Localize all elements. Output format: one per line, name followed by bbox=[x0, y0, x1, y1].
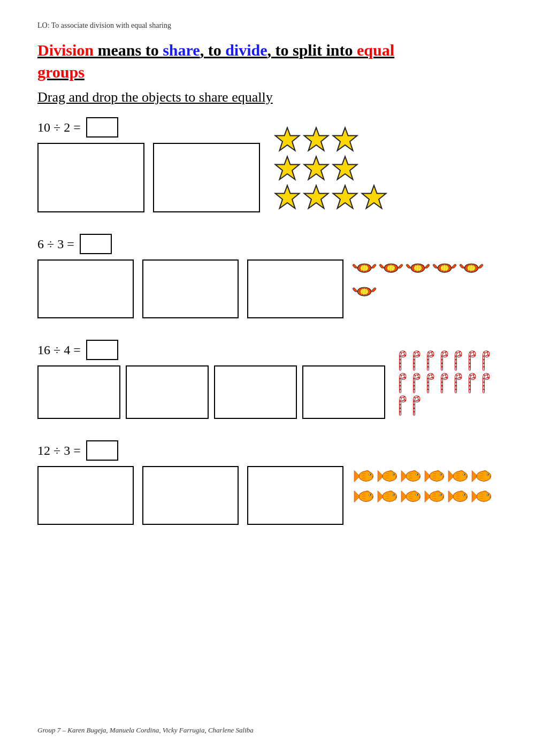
title: Division means to share, to divide, to s… bbox=[37, 40, 498, 83]
cane-14[interactable] bbox=[477, 372, 490, 394]
candy-3[interactable] bbox=[406, 257, 430, 279]
cane-13[interactable] bbox=[463, 372, 476, 394]
fish-6[interactable] bbox=[470, 467, 492, 486]
candy-5[interactable] bbox=[459, 257, 484, 279]
cane-11[interactable] bbox=[435, 372, 448, 394]
section-3: 16 ÷ 4 = bbox=[37, 340, 498, 423]
stars-row-1 bbox=[274, 126, 387, 153]
section2-objects bbox=[352, 255, 498, 302]
star-3[interactable] bbox=[332, 126, 358, 153]
lo-text: LO: To associate division with equal sha… bbox=[37, 21, 498, 30]
fish-2[interactable] bbox=[376, 467, 398, 486]
candy-4[interactable] bbox=[432, 257, 457, 279]
drop-box-3-2[interactable] bbox=[126, 365, 209, 419]
star-9[interactable] bbox=[332, 184, 358, 211]
fish-10[interactable] bbox=[423, 487, 445, 506]
fish-3[interactable] bbox=[399, 467, 422, 486]
cane-5[interactable] bbox=[449, 350, 462, 371]
star-10[interactable] bbox=[361, 184, 387, 211]
answer-box-2[interactable] bbox=[80, 234, 112, 254]
subtitle: Drag and drop the objects to share equal… bbox=[37, 89, 498, 105]
star-5[interactable] bbox=[303, 155, 330, 182]
title-division: Division bbox=[37, 41, 94, 59]
title-share: share bbox=[163, 41, 200, 59]
stars-row-2 bbox=[274, 155, 387, 182]
candy-2[interactable] bbox=[379, 257, 403, 279]
star-6[interactable] bbox=[332, 155, 358, 182]
fish-12[interactable] bbox=[470, 487, 492, 506]
fish-5[interactable] bbox=[446, 467, 469, 486]
section3-left: 16 ÷ 4 = bbox=[37, 340, 385, 423]
drop-box-4-3[interactable] bbox=[247, 466, 343, 525]
drop-box-2-1[interactable] bbox=[37, 259, 134, 318]
drop-box-2-2[interactable] bbox=[142, 259, 239, 318]
section1-left: 10 ÷ 2 = bbox=[37, 117, 260, 217]
drop-box-4-2[interactable] bbox=[142, 466, 239, 525]
drop-box-2-3[interactable] bbox=[247, 259, 343, 318]
star-8[interactable] bbox=[303, 184, 330, 211]
section-1: 10 ÷ 2 = bbox=[37, 117, 498, 217]
section4-left: 12 ÷ 3 = bbox=[37, 440, 343, 529]
candy-6[interactable] bbox=[352, 281, 377, 302]
section1-objects bbox=[269, 124, 498, 211]
equation-4: 12 ÷ 3 = bbox=[37, 444, 81, 458]
drop-boxes-1 bbox=[37, 143, 260, 212]
star-2[interactable] bbox=[303, 126, 330, 153]
star-7[interactable] bbox=[274, 184, 301, 211]
equation-1: 10 ÷ 2 = bbox=[37, 120, 81, 135]
fish-7[interactable] bbox=[352, 487, 374, 506]
answer-box-4[interactable] bbox=[86, 440, 118, 461]
section-4: 12 ÷ 3 = bbox=[37, 440, 498, 529]
cane-12[interactable] bbox=[449, 372, 462, 394]
equation-2: 6 ÷ 3 = bbox=[37, 237, 74, 251]
cane-16[interactable] bbox=[408, 395, 421, 416]
drop-box-3-4[interactable] bbox=[302, 365, 385, 419]
fish-1[interactable] bbox=[352, 467, 374, 486]
stars-row-3 bbox=[274, 184, 387, 211]
title-divide: divide bbox=[225, 41, 267, 59]
section2-left: 6 ÷ 3 = bbox=[37, 234, 343, 323]
fish-8[interactable] bbox=[376, 487, 398, 506]
drop-box-3-3[interactable] bbox=[214, 365, 297, 419]
drop-box-1-2[interactable] bbox=[153, 143, 260, 212]
fish-4[interactable] bbox=[423, 467, 445, 486]
title-groups: groups bbox=[37, 63, 85, 81]
fish-9[interactable] bbox=[399, 487, 422, 506]
drop-box-4-1[interactable] bbox=[37, 466, 134, 525]
answer-box-3[interactable] bbox=[86, 340, 118, 360]
footer: Group 7 – Karen Bugeja, Manuela Cordina,… bbox=[37, 726, 498, 735]
star-1[interactable] bbox=[274, 126, 301, 153]
drop-box-3-1[interactable] bbox=[37, 365, 120, 419]
cane-3[interactable] bbox=[422, 350, 434, 371]
candy-1[interactable] bbox=[352, 257, 377, 279]
drop-boxes-4 bbox=[37, 466, 343, 525]
section-2: 6 ÷ 3 = bbox=[37, 234, 498, 323]
drop-boxes-3 bbox=[37, 365, 385, 419]
candies-row bbox=[352, 257, 498, 302]
section3-objects bbox=[394, 347, 498, 416]
fish-row bbox=[352, 467, 498, 506]
cane-4[interactable] bbox=[435, 350, 448, 371]
star-4[interactable] bbox=[274, 155, 301, 182]
cane-6[interactable] bbox=[463, 350, 476, 371]
drop-boxes-2 bbox=[37, 259, 343, 318]
cane-8[interactable] bbox=[394, 372, 407, 394]
cane-15[interactable] bbox=[394, 395, 407, 416]
section4-objects bbox=[352, 464, 498, 506]
title-equal: equal bbox=[357, 41, 394, 59]
equation-3: 16 ÷ 4 = bbox=[37, 343, 81, 357]
fish-11[interactable] bbox=[446, 487, 469, 506]
cane-7[interactable] bbox=[477, 350, 490, 371]
cane-9[interactable] bbox=[408, 372, 421, 394]
answer-box-1[interactable] bbox=[86, 117, 118, 138]
cane-1[interactable] bbox=[394, 350, 407, 371]
canes-row bbox=[394, 350, 498, 416]
stars-grid bbox=[274, 126, 387, 211]
cane-2[interactable] bbox=[408, 350, 421, 371]
cane-10[interactable] bbox=[422, 372, 434, 394]
drop-box-1-1[interactable] bbox=[37, 143, 144, 212]
